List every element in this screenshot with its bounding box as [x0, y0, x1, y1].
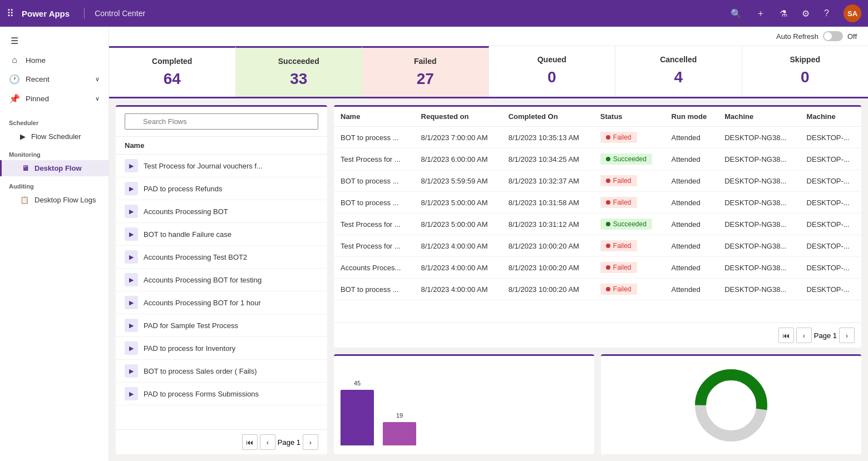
- table-row[interactable]: BOT to process ... 8/1/2023 5:00:00 AM 8…: [334, 192, 861, 214]
- cell-machine: DESKTOP-NG38...: [718, 235, 800, 257]
- table-pagination: ⏮ ‹ Page 1 ›: [334, 323, 861, 348]
- sidebar-item-desktop-flow-logs-label: Desktop Flow Logs: [34, 196, 96, 204]
- cell-completed: 8/1/2023 10:34:25 AM: [502, 148, 594, 170]
- add-icon[interactable]: ＋: [756, 8, 765, 19]
- table-scroll[interactable]: NameRequested onCompleted OnStatusRun mo…: [334, 107, 861, 323]
- donut-container: [608, 363, 855, 448]
- cell-completed: 8/1/2023 10:00:20 AM: [502, 235, 594, 257]
- stat-value-queued: 0: [500, 68, 604, 86]
- cell-machine: DESKTOP-NG38...: [718, 192, 800, 214]
- flow-item-icon: ▶: [125, 364, 138, 378]
- sidebar-item-pinned-label: Pinned: [26, 95, 49, 103]
- flow-item-icon: ▶: [125, 227, 138, 241]
- sidebar-item-desktop-flow-label: Desktop Flow: [34, 164, 82, 172]
- sidebar-item-flow-scheduler[interactable]: ▶ Flow Scheduler: [0, 128, 108, 145]
- menu-icon: ☰: [9, 36, 20, 46]
- top-nav: ⠿ Power Apps Control Center 🔍 ＋ ⚗ ⚙ ? SA: [0, 0, 868, 27]
- flow-list-item[interactable]: ▶ Accounts Processing BOT for testing: [116, 269, 327, 291]
- flow-item-label: Test Process for Journal vouchers f...: [144, 162, 263, 170]
- settings-icon[interactable]: ⚙: [802, 8, 810, 19]
- stat-label-succeeded: Succeeded: [247, 57, 351, 66]
- table-next-page-button[interactable]: ›: [839, 328, 855, 343]
- auto-refresh-state: Off: [847, 32, 857, 41]
- stat-card-cancelled[interactable]: Cancelled 4: [615, 46, 742, 97]
- flow-item-label: Accounts Processing BOT for testing: [144, 276, 262, 284]
- flow-list-item[interactable]: ▶ BOT to handle Failure case: [116, 223, 327, 246]
- status-badge: Failed: [600, 262, 637, 273]
- flow-next-page-button[interactable]: ›: [303, 434, 318, 450]
- table-row[interactable]: Test Process for ... 8/1/2023 5:00:00 AM…: [334, 214, 861, 235]
- stat-label-skipped: Skipped: [753, 55, 857, 64]
- flow-list-item[interactable]: ▶ Test Process for Journal vouchers f...: [116, 155, 327, 177]
- flow-list-item[interactable]: ▶ PAD for Sample Test Process: [116, 314, 327, 337]
- sidebar-item-pinned[interactable]: 📌 Pinned ∨: [0, 89, 108, 108]
- table-row[interactable]: Test Process for ... 8/1/2023 6:00:00 AM…: [334, 148, 861, 170]
- sidebar-item-recent[interactable]: 🕐 Recent ∨: [0, 70, 108, 89]
- status-dot: [606, 157, 610, 161]
- flow-prev-page-button[interactable]: ‹: [260, 434, 275, 450]
- status-dot: [606, 265, 610, 270]
- filter-icon[interactable]: ⚗: [780, 8, 787, 19]
- status-dot: [606, 179, 610, 183]
- flow-list-item[interactable]: ▶ Accounts Processing Test BOT2: [116, 246, 327, 269]
- page-title: Control Center: [95, 9, 145, 18]
- sidebar-item-desktop-flow[interactable]: 🖥 Desktop Flow: [0, 160, 108, 176]
- cell-name: BOT to process ...: [334, 192, 415, 214]
- flow-list-item[interactable]: ▶ Accounts Processing BOT: [116, 200, 327, 223]
- stat-card-skipped[interactable]: Skipped 0: [742, 46, 869, 97]
- stat-card-queued[interactable]: Queued 0: [489, 46, 616, 97]
- cell-status: Succeeded: [594, 148, 665, 170]
- cell-runmode: Attended: [665, 279, 718, 300]
- table-row[interactable]: BOT to process ... 8/1/2023 5:59:59 AM 8…: [334, 170, 861, 192]
- cell-status: Failed: [594, 170, 665, 192]
- search-icon[interactable]: 🔍: [731, 8, 742, 19]
- status-dot: [606, 244, 610, 248]
- flow-item-icon: ▶: [125, 341, 138, 355]
- flow-list-item[interactable]: ▶ Accounts Processing BOT for 1 hour: [116, 291, 327, 314]
- stat-value-failed: 27: [373, 70, 477, 88]
- flow-list-item[interactable]: ▶ PAD to process Forms Submissions: [116, 383, 327, 405]
- table-row[interactable]: BOT to process ... 8/1/2023 7:00:00 AM 8…: [334, 127, 861, 148]
- sidebar-item-home[interactable]: ⌂ Home: [0, 51, 108, 70]
- scheduler-section-label: Scheduler: [0, 113, 108, 128]
- cell-status: Failed: [594, 235, 665, 257]
- cell-requested: 8/1/2023 4:00:00 AM: [415, 279, 502, 300]
- cell-completed: 8/1/2023 10:31:58 AM: [502, 192, 594, 214]
- table-prev-page-button[interactable]: ‹: [796, 328, 812, 343]
- status-badge: Failed: [600, 132, 637, 143]
- cell-name: Accounts Proces...: [334, 257, 415, 279]
- table-row[interactable]: Test Process for ... 8/1/2023 4:00:00 AM…: [334, 235, 861, 257]
- auto-refresh-toggle[interactable]: [823, 31, 843, 41]
- sidebar: ☰ ⌂ Home 🕐 Recent ∨ 📌 Pinned ∨ Scheduler…: [0, 27, 109, 461]
- sidebar-item-desktop-flow-logs[interactable]: 📋 Desktop Flow Logs: [0, 192, 108, 208]
- flow-list-item[interactable]: ▶ PAD to process for Inventory: [116, 337, 327, 360]
- table-row[interactable]: Accounts Proces... 8/1/2023 4:00:00 AM 8…: [334, 257, 861, 279]
- flow-list-item[interactable]: ▶ BOT to process Sales order ( Fails): [116, 360, 327, 383]
- stat-card-completed[interactable]: Completed 64: [109, 46, 236, 97]
- flow-list-item[interactable]: ▶ PAD to process Refunds: [116, 177, 327, 200]
- flow-item-label: PAD for Sample Test Process: [144, 321, 238, 330]
- flow-item-label: Accounts Processing BOT: [144, 207, 228, 216]
- avatar[interactable]: SA: [844, 4, 861, 22]
- table-row[interactable]: BOT to process ... 8/1/2023 4:00:00 AM 8…: [334, 279, 861, 300]
- auto-refresh-label: Auto Refresh: [776, 32, 818, 41]
- stat-card-succeeded[interactable]: Succeeded 33: [236, 46, 363, 97]
- stat-value-completed: 64: [120, 70, 224, 88]
- recent-icon: 🕐: [9, 74, 20, 85]
- logs-icon: 📋: [20, 196, 29, 204]
- donut-chart-card: [601, 354, 861, 454]
- hamburger-button[interactable]: ☰: [0, 31, 108, 51]
- table-first-page-button[interactable]: ⏮: [778, 328, 794, 343]
- search-input[interactable]: [125, 113, 318, 130]
- main-layout: ☰ ⌂ Home 🕐 Recent ∨ 📌 Pinned ∨ Scheduler…: [0, 27, 868, 461]
- status-badge: Failed: [600, 197, 637, 208]
- stat-card-failed[interactable]: Failed 27: [362, 46, 489, 97]
- flow-first-page-button[interactable]: ⏮: [242, 434, 258, 450]
- help-icon[interactable]: ?: [824, 8, 829, 18]
- waffle-icon[interactable]: ⠿: [7, 7, 14, 19]
- cell-status: Failed: [594, 127, 665, 148]
- flow-item-label: Accounts Processing BOT for 1 hour: [144, 299, 261, 307]
- flow-page-label: Page 1: [278, 438, 300, 447]
- table-page-label: Page 1: [814, 331, 837, 340]
- status-badge: Failed: [600, 175, 637, 186]
